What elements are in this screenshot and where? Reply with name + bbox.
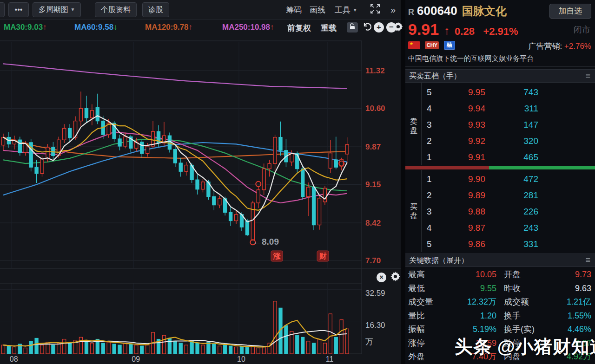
key-value: 1.55% — [526, 309, 591, 323]
sell-side-label: 卖盘 — [409, 117, 418, 135]
ma120-legend: MA120:9.78↑ — [145, 23, 192, 32]
gridlines: 11.3210.609.879.158.427.7032.5916.30万080… — [0, 41, 401, 363]
order-book-row[interactable]: 59.95743 — [422, 84, 595, 100]
fullscreen-icon[interactable] — [370, 4, 380, 16]
order-book-row[interactable]: 19.91465 — [422, 149, 595, 165]
zoom-in-icon[interactable]: + — [374, 22, 384, 32]
order-book-row[interactable]: 59.86331 — [422, 236, 595, 252]
key-label: 开盘 — [504, 268, 521, 281]
chips-button[interactable]: 筹码 — [286, 5, 302, 15]
level-volume: 743 — [492, 84, 538, 100]
ma30-legend: MA30:9.03↑ — [4, 23, 47, 32]
price-change: 0.28 — [455, 26, 475, 37]
sector-row[interactable]: 广告营销: +2.76% — [528, 41, 591, 52]
sector-change: +2.76% — [564, 42, 591, 51]
order-book-row[interactable]: 49.94311 — [422, 100, 595, 117]
close-pane-icon[interactable]: × — [377, 273, 386, 282]
key-value: 9.73 — [526, 268, 591, 281]
level-price: 9.94 — [441, 100, 485, 117]
level-volume: 320 — [492, 133, 538, 149]
cn-flag-icon: ★ — [408, 41, 420, 49]
price-axis-label: 8.42 — [365, 219, 381, 228]
tools-button[interactable]: 工具 ▼ — [335, 5, 357, 15]
rong-badge[interactable]: 融 — [444, 41, 455, 50]
key-label: 最低 — [408, 282, 425, 295]
key-label: 振幅 — [408, 323, 425, 336]
key-value: 1.20 — [433, 309, 496, 323]
chart-toolbar: ••• 多周期图 ▼ 个股资料 诊股 筹码 画线 工具 ▼ » — [0, 0, 401, 20]
partial-button[interactable] — [0, 2, 5, 17]
level-number: 4 — [427, 100, 432, 117]
key-value: 10.05 — [433, 268, 496, 281]
app-window: { "toolbar": { "more_label": "•••", "mul… — [0, 0, 595, 364]
menu-icon[interactable]: ≡ — [585, 254, 590, 266]
kline-chart[interactable]: 11.3210.609.879.158.427.7032.5916.30万080… — [0, 40, 401, 364]
up-arrow-icon: ↑ — [43, 23, 47, 32]
svg-text:涨: 涨 — [273, 252, 281, 260]
date-axis-label: 09 — [132, 355, 140, 363]
key-data-header[interactable]: 关键数据（展开） ≡ — [405, 254, 595, 267]
settings-gear-icon[interactable] — [393, 22, 403, 34]
level-price: 9.87 — [441, 220, 485, 236]
diagnose-button[interactable]: 诊股 — [142, 2, 169, 17]
event-badge[interactable]: 涨 — [271, 251, 283, 261]
level-number: 2 — [427, 133, 432, 149]
svg-text:财: 财 — [319, 252, 327, 260]
level-number: 1 — [427, 171, 432, 187]
low-price-annotation: ←8.09 — [253, 237, 279, 247]
price-axis-label: 10.60 — [365, 104, 385, 113]
order-book-row[interactable]: 29.92320 — [422, 133, 595, 149]
stock-code: 600640 — [417, 4, 457, 18]
stock-info-button[interactable]: 个股资料 — [95, 2, 137, 17]
level-price: 9.90 — [441, 171, 485, 187]
menu-icon[interactable]: ≡ — [585, 70, 590, 82]
order-book-row[interactable]: 29.89281 — [422, 187, 595, 203]
level-volume: 281 — [492, 187, 538, 203]
level-price: 9.95 — [441, 84, 485, 100]
level-volume: 311 — [492, 100, 538, 117]
order-book-row[interactable]: 49.87243 — [422, 220, 595, 236]
sector-label: 广告营销: — [528, 42, 562, 51]
date-axis-label: 10 — [237, 355, 245, 363]
multi-period-button[interactable]: 多周期图 ▼ — [33, 2, 81, 17]
lock-icon[interactable] — [347, 22, 358, 32]
collapse-panel-icon[interactable]: » — [390, 5, 396, 15]
event-badge[interactable]: 财 — [317, 251, 329, 261]
order-book-header[interactable]: 买卖五档（手） ≡ — [405, 69, 595, 83]
ma250-line — [3, 64, 347, 88]
draw-button[interactable]: 画线 — [310, 5, 325, 15]
signal-ring-marker — [256, 182, 261, 187]
key-data-row: 最低9.55昨收9.63 — [405, 282, 595, 295]
order-book-row[interactable]: 19.90472 — [422, 171, 595, 187]
undo-icon[interactable] — [362, 21, 372, 34]
ma-legend: MA30:9.03↑ MA60:9.58↓ MA120:9.78↑ MA250:… — [0, 20, 401, 35]
r-tag: R — [408, 7, 414, 17]
level-price: 9.89 — [441, 187, 485, 203]
reload-button[interactable]: 重载 — [321, 23, 337, 33]
key-label: 外盘 — [408, 350, 425, 364]
level-volume: 465 — [492, 149, 538, 165]
price-row: 9.91 ↑ 0.28 +2.91% — [408, 20, 525, 39]
chevron-down-icon: ▼ — [70, 7, 75, 12]
volume-series — [2, 301, 349, 354]
order-book-row[interactable]: 39.88226 — [422, 203, 595, 220]
last-price: 9.91 — [408, 20, 439, 38]
key-data-row: 最高10.05开盘9.73 — [405, 268, 595, 281]
add-favorite-button[interactable]: 加自选 — [549, 4, 591, 19]
order-book-row[interactable]: 39.93147 — [422, 117, 595, 133]
level-number: 3 — [427, 117, 432, 133]
key-value: 9.63 — [526, 282, 591, 295]
badge-row: ★ CHY 融 — [408, 41, 455, 50]
buy-side-label: 买盘 — [409, 202, 418, 220]
forward-adjust-button[interactable]: 前复权 — [287, 23, 311, 33]
ma60-legend: MA60:9.58↓ — [74, 23, 118, 32]
key-data-row: 量比1.20换手1.55% — [405, 309, 595, 323]
more-button[interactable]: ••• — [8, 2, 29, 17]
price-axis-label: 9.15 — [365, 180, 381, 189]
chevron-down-icon: ▼ — [353, 7, 357, 13]
stock-name: 国脉文化 — [462, 5, 507, 17]
pane-settings-gear-icon[interactable] — [390, 272, 400, 284]
key-label: 最高 — [408, 268, 425, 281]
level-number: 5 — [427, 236, 432, 252]
key-label: 量比 — [408, 309, 425, 323]
